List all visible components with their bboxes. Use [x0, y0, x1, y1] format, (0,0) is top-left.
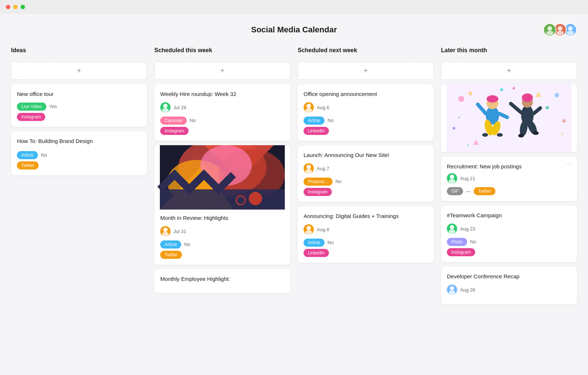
- tag-linkedin: LinkedIn: [304, 127, 329, 135]
- card-dev-conference: Developer Conference Recap Aug 26: [441, 267, 577, 304]
- illustration-area: + ✦ ✦: [441, 84, 577, 152]
- card-tags: Article No: [17, 151, 141, 159]
- card-tags: Article No: [160, 240, 284, 249]
- card-monthly-employee: Monthly Employee Highlight:: [154, 269, 290, 293]
- column-this-week: Scheduled this week + Weekly Hire roundu…: [154, 46, 290, 304]
- card-title: Launch: Announcing Our New Site!: [304, 151, 428, 159]
- more-options-button[interactable]: ···: [566, 161, 571, 168]
- close-button[interactable]: [6, 5, 10, 9]
- card-extra-label: No: [41, 151, 47, 159]
- svg-point-18: [163, 228, 168, 232]
- card-weekly-hire: Weekly Hire roundup: Week 32 Jul 29 Caro…: [154, 84, 290, 141]
- svg-point-7: [162, 108, 169, 113]
- card-tags-2: Instagram: [447, 248, 571, 256]
- card-avatar: [304, 163, 314, 174]
- svg-point-42: [487, 95, 498, 103]
- add-this-week-button[interactable]: +: [154, 62, 290, 80]
- maximize-button[interactable]: [21, 5, 25, 9]
- card-tags-2: Twitter: [160, 251, 284, 259]
- card-tags: Live Video Yes: [17, 102, 141, 111]
- tag-separator: —: [466, 189, 471, 194]
- card-avatar: [304, 224, 314, 235]
- card-image: [154, 145, 290, 210]
- card-date: Aug 26: [460, 287, 475, 293]
- main-content: Social Media Calendar Ideas + New office…: [0, 14, 588, 375]
- card-extra-label: No: [336, 177, 342, 186]
- card-new-site: Launch: Announcing Our New Site! Aug 7 P…: [298, 145, 434, 202]
- card-tags-2: Twitter: [17, 161, 141, 169]
- card-title: #Teamwork Campaign: [447, 211, 571, 219]
- tag-gif: GIF: [447, 187, 463, 195]
- card-extra-label: No: [190, 116, 196, 125]
- svg-point-62: [450, 286, 454, 290]
- tag-twitter: Twitter: [160, 251, 182, 259]
- card-title: Weekly Hire roundup: Week 32: [160, 90, 284, 98]
- card-avatar: [447, 224, 457, 234]
- card-date: Aug 21: [460, 176, 475, 181]
- card-meta: Aug 26: [447, 285, 571, 295]
- card-meta: Aug 21: [447, 173, 571, 183]
- svg-point-61: [449, 229, 455, 234]
- svg-point-21: [305, 108, 312, 113]
- card-title: Month in Review: Highlights: [160, 214, 284, 222]
- user-avatars: [546, 23, 577, 36]
- tag-twitter: Twitter: [17, 161, 39, 169]
- card-title: Recruitment: New job postings: [447, 162, 521, 170]
- tag-carousel: Carousel: [160, 117, 187, 125]
- card-title: How To: Building Brand Design: [17, 137, 141, 145]
- card-date: Jul 31: [173, 229, 186, 234]
- card-tags: Photo No: [447, 238, 571, 246]
- column-ideas: Ideas + New office tour Live Video Yes I…: [11, 46, 147, 304]
- column-next-week-header: Scheduled next week: [298, 46, 434, 57]
- card-avatar: [447, 173, 457, 183]
- svg-point-25: [305, 230, 312, 235]
- svg-rect-26: [447, 84, 571, 152]
- card-tags: Article No: [304, 238, 428, 247]
- card-meta: Jul 29: [160, 102, 284, 113]
- column-later-header: Later this month: [441, 46, 577, 57]
- card-avatar: [447, 285, 457, 295]
- card-tags: Article No: [304, 116, 428, 125]
- card-tags: GIF — Twitter: [447, 187, 571, 195]
- card-teamwork: #Teamwork Campaign Aug 23 Photo No Insta…: [441, 206, 577, 262]
- card-tags-2: LinkedIn: [304, 249, 428, 257]
- card-tags: Carousel No: [160, 116, 284, 125]
- add-later-button[interactable]: +: [441, 62, 577, 80]
- card-meta: Aug 8: [304, 224, 428, 235]
- card-title: Office opening announcement: [304, 90, 428, 98]
- card-extra-label: No: [327, 238, 334, 247]
- card-header-row: Recruitment: New job postings ···: [447, 162, 571, 173]
- card-office-opening: Office opening announcement Aug 6 Articl…: [298, 84, 434, 141]
- tag-article: Article: [17, 151, 38, 159]
- svg-point-27: [458, 96, 464, 102]
- avatar-user1: [543, 23, 556, 36]
- page-header: Social Media Calendar: [11, 25, 577, 35]
- add-next-week-button[interactable]: +: [298, 62, 434, 80]
- tag-live-video: Live Video: [17, 103, 46, 111]
- card-new-office-tour: New office tour Live Video Yes Instagram: [11, 84, 147, 127]
- card-avatar: [304, 102, 314, 113]
- add-ideas-button[interactable]: +: [11, 62, 147, 80]
- card-meta: Aug 7: [304, 163, 428, 174]
- tag-linkedin: LinkedIn: [304, 249, 329, 257]
- svg-point-0: [548, 26, 552, 31]
- card-extra-label: No: [470, 238, 476, 246]
- tag-article: Article: [304, 239, 325, 247]
- card-date: Aug 8: [317, 227, 329, 232]
- card-illustration: + ✦ ✦: [441, 84, 577, 152]
- card-recruitment: Recruitment: New job postings ··· Aug 21…: [441, 157, 577, 201]
- column-ideas-header: Ideas: [11, 46, 147, 57]
- svg-point-6: [163, 104, 168, 108]
- card-tags-2: Instagram: [160, 127, 284, 135]
- svg-point-24: [306, 226, 311, 230]
- card-title: Announcing: Digital Guides + Trainings: [304, 212, 428, 220]
- svg-point-19: [162, 232, 169, 236]
- tag-instagram: Instagram: [17, 113, 45, 121]
- card-date: Aug 23: [460, 226, 475, 232]
- card-title: New office tour: [17, 90, 141, 98]
- card-date: Aug 7: [317, 166, 329, 171]
- minimize-button[interactable]: [13, 5, 18, 9]
- svg-point-47: [482, 133, 488, 137]
- column-next-week: Scheduled next week + Office opening ann…: [298, 46, 434, 304]
- svg-point-51: [522, 93, 533, 102]
